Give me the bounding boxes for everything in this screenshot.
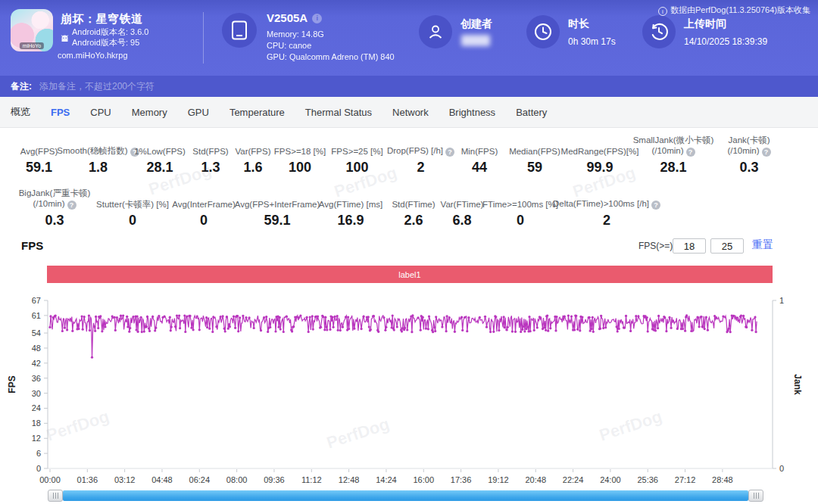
svg-text:11:12: 11:12 [301,475,322,484]
stat-cell: Jank(卡顿)(/10min)0.3 [710,135,788,176]
time-range-scrollbar [48,490,763,502]
stat-value: 2 [603,213,610,229]
stat-cell: Avg(InterFrame)0 [168,188,239,229]
device-cpu: CPU: canoe [267,41,311,50]
stat-cell: Median(FPS)59 [506,135,564,176]
device-info-icon[interactable]: i [312,14,322,23]
stat-value: 2.6 [404,213,423,229]
tab-FPS[interactable]: FPS [51,107,70,118]
stat-cell: Avg(FPS+InterFrame)59.1 [239,188,315,229]
stat-label: Smooth(稳帧指数) [57,135,139,157]
scrollbar-handle-right[interactable] [748,490,763,502]
tab-概览[interactable]: 概览 [11,105,30,119]
scrollbar-track[interactable] [63,490,748,501]
svg-text:16:00: 16:00 [414,475,435,484]
stat-value: 0.3 [45,213,64,229]
stat-label: FPS>=18 [%] [274,135,326,157]
upload-time-value: 14/10/2025 18:39:39 [684,36,767,47]
android-icon [60,32,70,45]
help-icon[interactable] [762,148,771,157]
history-clock-icon [649,22,669,42]
tab-Brightness[interactable]: Brightness [449,107,495,118]
tab-Battery[interactable]: Battery [516,107,547,118]
stat-cell: Var(FPS)1.6 [232,135,274,176]
help-icon[interactable] [686,148,695,157]
tab-Network[interactable]: Network [392,107,429,118]
phone-icon [231,20,248,40]
stat-value: 99.9 [586,160,613,176]
perfdog-report-page: miHoYo 崩坏：星穹铁道 Android版本名: 3.6.0 Android… [0,0,818,504]
help-icon[interactable] [67,201,76,210]
remark-bar: 备注: [0,76,818,97]
svg-text:6: 6 [36,449,41,458]
svg-text:08:00: 08:00 [226,475,248,484]
stat-value: 6.8 [452,213,471,229]
svg-text:04:48: 04:48 [151,475,173,484]
stat-label: Jank(卡顿)(/10min) [727,135,770,157]
android-version-name: Android版本名: 3.6.0 [72,26,149,38]
svg-text:18: 18 [32,418,41,428]
svg-text:12:48: 12:48 [339,475,360,484]
stat-cell: FPS>=18 [%]100 [274,135,326,176]
svg-text:67: 67 [32,296,41,305]
tab-Temperature[interactable]: Temperature [229,107,285,118]
stat-label: Median(FPS) [509,135,560,157]
stat-value: 0.3 [739,160,758,176]
app-icon-brand-label: miHoYo [20,42,44,49]
stat-cell: BigJank(严重卡顿)(/10min)0.3 [12,188,97,229]
info-icon: i [658,7,667,16]
stat-cell: FPS>=25 [%]100 [326,135,389,176]
tab-Thermal Status[interactable]: Thermal Status [305,107,372,118]
svg-text:FPS: FPS [7,375,17,393]
stat-value: 0 [517,213,524,229]
tab-CPU[interactable]: CPU [90,107,111,118]
fps-stats-row-2: BigJank(严重卡顿)(/10min)0.3Stutter(卡顿率) [%]… [0,188,818,229]
stat-label: Var(FTime) [441,188,484,210]
fps-threshold-input-1[interactable] [673,238,706,254]
stat-cell: Std(FPS)1.3 [189,135,232,176]
scrollbar-handle-left[interactable] [48,490,63,502]
device-gpu: GPU: Qualcomm Adreno (TM) 840 [267,52,395,61]
tab-Memory[interactable]: Memory [132,107,167,118]
game-app-icon: miHoYo [11,9,53,51]
stat-value: 100 [345,160,368,176]
stat-value: 59.1 [264,213,290,229]
svg-text:20:48: 20:48 [525,475,546,484]
svg-text:27:12: 27:12 [675,475,696,484]
upload-icon-circle [642,15,676,48]
remark-input[interactable] [38,80,356,92]
stat-label: Drop(FPS) [/h] [387,135,454,157]
svg-text:01:36: 01:36 [77,475,98,484]
svg-text:30: 30 [32,389,41,398]
fps-threshold-input-2[interactable] [710,238,744,254]
fps-section-title: FPS [21,239,43,252]
device-memory: Memory: 14.8G [267,30,324,39]
android-version-code: Android版本号: 95 [72,37,139,48]
svg-text:61: 61 [32,311,41,320]
device-model-text: V2505A [267,11,308,24]
creator-label: 创建者 [461,17,492,31]
svg-text:00:00: 00:00 [39,475,61,484]
chart-label-text: label1 [398,270,420,279]
tab-GPU[interactable]: GPU [188,107,209,118]
stat-label: BigJank(严重卡顿)(/10min) [19,188,91,210]
reset-button[interactable]: 重置 [752,238,773,252]
grip-icon [756,493,757,499]
grip-icon [55,493,56,499]
stat-label: FTime>=100ms [%] [482,188,558,210]
stat-label: MedRange(FPS)[%] [561,135,639,157]
svg-text:24:00: 24:00 [600,475,621,484]
app-package-name: com.miHoYo.hkrpg [58,51,128,60]
help-icon[interactable] [651,201,660,210]
svg-text:24: 24 [32,403,41,412]
header: miHoYo 崩坏：星穹铁道 Android版本名: 3.6.0 Android… [0,0,818,76]
stat-value: 1.3 [201,160,220,176]
svg-text:54: 54 [32,328,41,338]
stat-label: Avg(InterFrame) [172,188,236,210]
remark-label: 备注: [11,80,32,93]
stat-value: 100 [289,160,311,176]
stat-label: Avg(FPS) [20,135,58,157]
fps-line-chart: 06121824303642485461670100:0001:3603:120… [0,288,818,489]
duration-value: 0h 30m 17s [568,36,616,47]
svg-text:42: 42 [32,359,41,368]
